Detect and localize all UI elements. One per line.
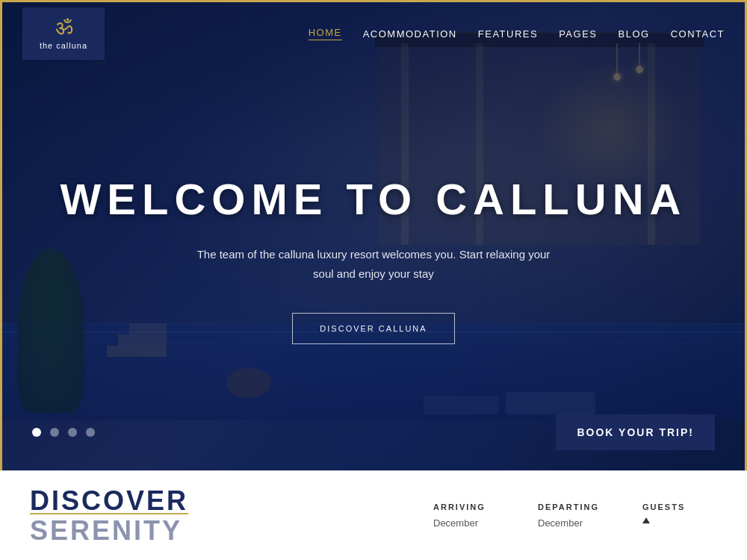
slider-dot-3[interactable]: [68, 428, 77, 437]
nav-item-home[interactable]: HOME: [309, 27, 342, 40]
guests-field: GUESTS: [642, 503, 717, 523]
discover-title-line1: DISCOVER: [30, 486, 291, 516]
slider-controls: BOOK YOUR TRIP!: [2, 414, 745, 450]
booking-fields: ARRIVING December DEPARTING December GUE…: [291, 503, 717, 529]
departing-value[interactable]: December: [538, 517, 613, 529]
guests-label: GUESTS: [642, 503, 717, 511]
slider-dot-2[interactable]: [50, 428, 59, 437]
bottom-section: DISCOVER SERENITY ARRIVING December DEPA…: [0, 470, 747, 560]
nav-item-features[interactable]: FEATURES: [478, 28, 538, 40]
logo[interactable]: ॐ the calluna: [22, 7, 105, 60]
discover-button[interactable]: DISCOVER CALLUNA: [292, 313, 454, 344]
slider-dot-1[interactable]: [32, 428, 41, 437]
nav-item-pages[interactable]: PAGES: [559, 28, 597, 40]
departing-label: DEPARTING: [538, 503, 613, 511]
slider-dots: [32, 428, 95, 437]
logo-symbol: ॐ: [55, 17, 72, 38]
nav-item-blog[interactable]: BLOG: [619, 28, 650, 40]
logo-text: the calluna: [40, 41, 87, 50]
guests-arrow-up: [642, 517, 650, 523]
arriving-label: ARRIVING: [433, 503, 508, 511]
main-nav: HOME ACOMMODATION FEATURES PAGES BLOG CO…: [309, 27, 725, 40]
arriving-value[interactable]: December: [433, 517, 508, 529]
hero-content: WELCOME TO CALLUNA The team of the callu…: [2, 2, 745, 473]
discover-text: DISCOVER SERENITY: [30, 486, 291, 545]
hero-section: WELCOME TO CALLUNA The team of the callu…: [2, 2, 745, 473]
nav-item-accommodation[interactable]: ACOMMODATION: [363, 28, 457, 40]
arriving-field: ARRIVING December: [433, 503, 508, 529]
departing-field: DEPARTING December: [538, 503, 613, 529]
book-trip-button[interactable]: BOOK YOUR TRIP!: [556, 414, 715, 450]
discover-title-line2: SERENITY: [30, 516, 291, 546]
guests-value[interactable]: [642, 517, 717, 523]
hero-title: WELCOME TO CALLUNA: [61, 175, 687, 223]
header: ॐ the calluna HOME ACOMMODATION FEATURES…: [0, 0, 747, 67]
nav-item-contact[interactable]: CONTACT: [671, 28, 725, 40]
hero-subtitle: The team of the calluna luxury resort we…: [194, 245, 553, 283]
slider-dot-4[interactable]: [86, 428, 95, 437]
